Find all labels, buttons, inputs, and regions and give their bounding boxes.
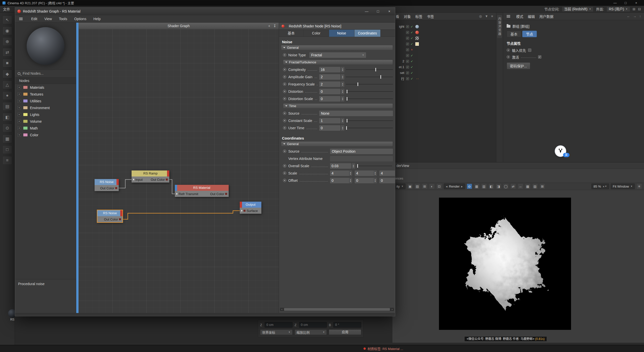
render-visibility-toggle[interactable]: ✓ bbox=[410, 65, 414, 69]
node-category-utilities[interactable]: +Utilities bbox=[15, 98, 76, 104]
object-row[interactable]: ight✓✓ bbox=[393, 24, 496, 29]
close-button[interactable]: × bbox=[631, 0, 641, 6]
param-slider[interactable] bbox=[346, 97, 393, 101]
input-priority-checkbox[interactable] bbox=[528, 49, 531, 52]
swap-icon[interactable]: ⇄ bbox=[3, 48, 12, 57]
anim-knob-icon[interactable] bbox=[507, 49, 510, 52]
group-general[interactable]: General bbox=[281, 45, 393, 50]
coord-value-field[interactable]: 0 cm bbox=[265, 322, 293, 328]
scale-mode-select[interactable]: 缩放比例▼ bbox=[295, 329, 327, 335]
editor-visibility-toggle[interactable]: ✓ bbox=[406, 37, 409, 40]
circle-icon[interactable]: ◯ bbox=[503, 184, 509, 189]
grid-icon[interactable]: ▦ bbox=[474, 184, 479, 189]
input-port[interactable]: Surface bbox=[241, 209, 258, 213]
password-protect-button[interactable]: 密码保护... bbox=[507, 62, 530, 69]
anim-knob-icon[interactable] bbox=[283, 179, 286, 182]
param-slider[interactable] bbox=[346, 67, 393, 72]
graph-canvas[interactable]: RS RampInputOut ColorRS NoiseOut ColorRS… bbox=[78, 29, 279, 313]
anim-knob-icon[interactable] bbox=[283, 68, 286, 71]
pan-icon[interactable]: + bbox=[268, 24, 270, 28]
vector-component-field[interactable]: 4▲▼ bbox=[379, 170, 395, 176]
expand-icon[interactable]: + bbox=[18, 86, 21, 89]
param-spinner[interactable]: ▲▼ bbox=[341, 125, 344, 131]
param-value-field[interactable]: 0 bbox=[319, 96, 340, 102]
vector-component-field[interactable]: 4▲▼ bbox=[330, 170, 352, 176]
render-visibility-toggle[interactable]: ✓ bbox=[410, 60, 414, 63]
expand-icon[interactable]: + bbox=[18, 126, 21, 130]
editor-visibility-toggle[interactable]: ✓ bbox=[406, 71, 409, 74]
expand-icon[interactable]: + bbox=[18, 99, 21, 103]
param-value-field[interactable]: 0 bbox=[319, 125, 340, 131]
param-spinner[interactable]: ▲▼ bbox=[341, 89, 344, 94]
vertex-attribute-input[interactable] bbox=[330, 156, 393, 161]
time-source-select[interactable]: None bbox=[319, 111, 393, 116]
right-half-icon[interactable]: ◨ bbox=[496, 184, 501, 189]
expand-icon[interactable]: + bbox=[18, 120, 21, 123]
menu-edit[interactable]: Edit bbox=[31, 17, 37, 21]
up-icon[interactable]: ↑ bbox=[639, 14, 641, 18]
param-spinner[interactable]: ▲▼ bbox=[341, 96, 344, 102]
crop-icon[interactable]: ⊡ bbox=[436, 184, 442, 189]
anim-knob-icon[interactable] bbox=[283, 90, 286, 93]
select-icon[interactable]: ↖ bbox=[3, 16, 12, 24]
expand-icon[interactable]: + bbox=[18, 106, 21, 109]
output-port[interactable]: Out Color bbox=[104, 217, 121, 221]
cube-icon[interactable]: ■ bbox=[3, 59, 12, 67]
window-titlebar[interactable]: Redshift Shader Graph - RS Material — □ … bbox=[15, 8, 395, 15]
live-select-icon[interactable]: ◉ bbox=[3, 26, 12, 35]
om-menu-对象[interactable]: 对象 bbox=[404, 14, 411, 19]
scrollbar-thumb[interactable] bbox=[284, 308, 390, 311]
render-visibility-toggle[interactable]: ✓ bbox=[410, 36, 414, 40]
param-value-field[interactable]: 2 bbox=[319, 81, 340, 87]
coord-value-field[interactable]: 0 cm bbox=[299, 322, 327, 328]
graph-node-rs-noise-2[interactable]: RS NoiseOut Color bbox=[97, 210, 123, 222]
input-port[interactable]: Input bbox=[133, 178, 143, 182]
anim-knob-icon[interactable] bbox=[283, 82, 286, 86]
input-port[interactable]: Refr Transmit bbox=[176, 192, 198, 196]
anim-knob-icon[interactable] bbox=[283, 97, 286, 100]
param-slider[interactable] bbox=[346, 75, 393, 79]
pyramid-icon[interactable]: ◆ bbox=[3, 70, 12, 78]
node-category-textures[interactable]: +Textures bbox=[15, 91, 76, 98]
render-canvas[interactable] bbox=[439, 198, 571, 330]
group-coords-general[interactable]: General bbox=[281, 141, 393, 147]
graph-header[interactable]: Shader Graph + ↧ bbox=[78, 23, 279, 29]
render-visibility-toggle[interactable]: × bbox=[410, 48, 414, 52]
output-port[interactable]: Out Color bbox=[210, 192, 227, 196]
lock-icon[interactable]: ⊙ bbox=[467, 184, 472, 189]
coord-value-field[interactable]: 0 ° bbox=[333, 322, 361, 328]
filter-icon[interactable]: ▼ bbox=[485, 14, 488, 18]
editor-visibility-toggle[interactable]: ✓ bbox=[406, 25, 409, 28]
menu-options[interactable]: Options bbox=[74, 17, 86, 21]
editor-visibility-toggle[interactable]: ✓ bbox=[406, 66, 409, 69]
editor-visibility-toggle[interactable]: ✓ bbox=[406, 60, 409, 63]
param-spinner[interactable]: ▲▼ bbox=[341, 67, 344, 72]
overall-scale-field[interactable]: 0.03 bbox=[330, 163, 351, 169]
render-view-title[interactable]: derView bbox=[392, 162, 644, 169]
node-category-environment[interactable]: +Environment bbox=[15, 104, 76, 111]
am-menu-模式[interactable]: 模式 bbox=[516, 14, 523, 19]
layout-icon[interactable]: ⊞ bbox=[633, 7, 636, 11]
tab-color[interactable]: Color bbox=[304, 30, 329, 37]
compare-ab-icon[interactable]: ⊞ bbox=[422, 184, 427, 189]
menu-help[interactable]: Help bbox=[93, 17, 101, 21]
move-icon[interactable]: ⊕ bbox=[3, 37, 12, 46]
zoom-level-field[interactable]: 85 %▲▼ bbox=[591, 184, 609, 189]
overall-scale-slider[interactable] bbox=[357, 164, 392, 168]
editor-visibility-toggle[interactable]: ✓ bbox=[406, 77, 409, 80]
coord-system-select[interactable]: 世界坐标▼ bbox=[260, 329, 293, 335]
object-row[interactable]: ✓× bbox=[393, 47, 496, 53]
param-spinner[interactable]: ▲▼ bbox=[341, 74, 344, 80]
translate-pill[interactable]: 英 bbox=[563, 153, 570, 157]
am-menu-用户数据[interactable]: 用户数据 bbox=[539, 14, 553, 19]
vector-component-field[interactable]: 0▲▼ bbox=[330, 178, 352, 183]
anim-knob-icon[interactable] bbox=[283, 126, 286, 129]
toolbar-dropdown-fragment[interactable]: ity▼ bbox=[394, 184, 406, 189]
axis-icon[interactable]: ◧ bbox=[3, 113, 12, 121]
minimize-button[interactable]: — bbox=[361, 8, 372, 15]
graph-node-output[interactable]: OutputSurface bbox=[240, 202, 261, 214]
apply-button[interactable]: 应用 bbox=[329, 329, 361, 335]
tab-noise[interactable]: Noise bbox=[329, 30, 354, 37]
object-row[interactable]: ✓✓ bbox=[393, 41, 496, 47]
activate-checkbox[interactable]: ✓ bbox=[538, 55, 541, 59]
